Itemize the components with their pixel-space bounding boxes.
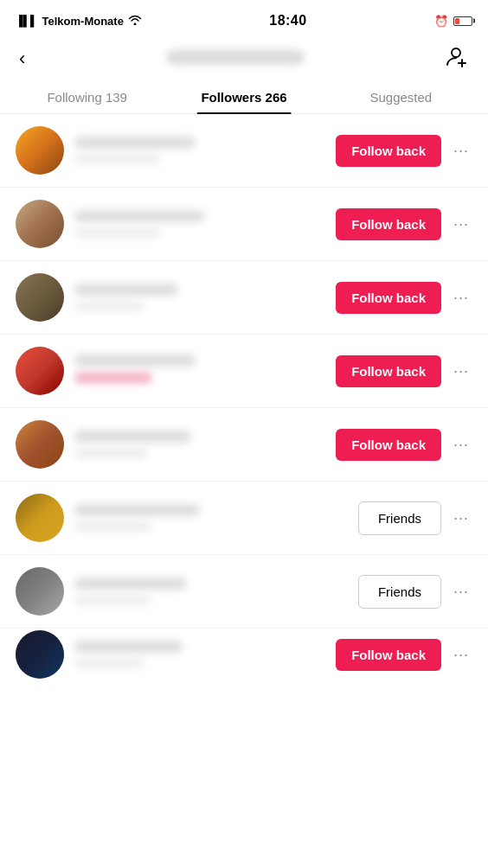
user-info (74, 431, 325, 458)
nav-bar: ‹ (0, 38, 488, 80)
username-blur (74, 210, 204, 222)
action-area: Follow back ··· (336, 355, 472, 387)
wifi-icon (128, 15, 142, 28)
user-info (74, 641, 325, 668)
user-info (74, 137, 325, 164)
friends-button[interactable]: Friends (358, 501, 441, 535)
displayname-blur (74, 448, 148, 458)
more-button[interactable]: ··· (450, 506, 472, 531)
action-area: Friends ··· (358, 575, 472, 609)
list-item: Friends ··· (0, 482, 488, 555)
list-item: Follow back ··· (0, 261, 488, 335)
follow-back-button[interactable]: Follow back (336, 355, 441, 387)
action-area: Follow back ··· (336, 429, 472, 461)
status-right: ⏰ (434, 15, 472, 28)
battery-icon (453, 16, 472, 26)
friends-button[interactable]: Friends (358, 575, 441, 609)
list-item: Follow back ··· (0, 188, 488, 261)
username-blur (74, 137, 196, 149)
tab-suggested[interactable]: Suggested (323, 80, 479, 113)
displayname-blur (74, 227, 161, 238)
displayname-blur (74, 301, 144, 311)
username-blur (74, 504, 200, 516)
action-area: Follow back ··· (336, 639, 472, 671)
avatar (16, 200, 64, 248)
more-button[interactable]: ··· (450, 642, 472, 667)
nav-title-blur (166, 49, 305, 65)
follow-back-button[interactable]: Follow back (336, 208, 441, 240)
displayname-blur (74, 154, 161, 164)
list-item-partial: Follow back ··· (0, 629, 488, 680)
user-info (74, 578, 348, 605)
list-item: Follow back ··· (0, 114, 488, 188)
tab-following[interactable]: Following 139 (9, 80, 165, 113)
follow-back-button[interactable]: Follow back (336, 429, 441, 461)
status-left: ▐▌▌ Telkom-Monate (16, 15, 142, 28)
list-item: Friends ··· (0, 555, 488, 629)
username-blur (74, 641, 183, 653)
list-item: Follow back ··· (0, 335, 488, 408)
more-button[interactable]: ··· (450, 212, 472, 237)
more-button[interactable]: ··· (450, 359, 472, 384)
avatar (16, 347, 64, 395)
action-area: Follow back ··· (336, 282, 472, 314)
action-area: Friends ··· (358, 501, 472, 535)
alarm-icon: ⏰ (434, 15, 448, 28)
user-info (74, 210, 325, 238)
follow-back-button[interactable]: Follow back (336, 282, 441, 314)
username-blur (74, 578, 187, 590)
user-info (74, 284, 325, 311)
follow-back-button[interactable]: Follow back (336, 639, 441, 671)
more-button[interactable]: ··· (450, 579, 472, 604)
avatar (16, 126, 64, 175)
svg-point-0 (452, 48, 460, 57)
nav-title (29, 49, 441, 68)
carrier-name: Telkom-Monate (42, 15, 124, 28)
action-area: Follow back ··· (336, 208, 472, 240)
action-area: Follow back ··· (336, 135, 472, 167)
status-bar: ▐▌▌ Telkom-Monate 18:40 ⏰ (0, 0, 488, 38)
username-blur (74, 354, 196, 367)
displayname-blur (74, 595, 151, 605)
user-list: Follow back ··· Follow back ··· Follow b… (0, 114, 488, 680)
displayname-blur (74, 658, 144, 668)
displayname-blur (74, 521, 152, 532)
user-info (74, 504, 348, 532)
tabs: Following 139 Followers 266 Suggested (0, 80, 488, 114)
tab-followers[interactable]: Followers 266 (165, 80, 322, 113)
displayname-blur (74, 372, 152, 384)
avatar (16, 273, 64, 322)
username-blur (74, 431, 191, 443)
more-button[interactable]: ··· (450, 285, 472, 310)
more-button[interactable]: ··· (450, 432, 472, 457)
more-button[interactable]: ··· (450, 138, 472, 163)
follow-back-button[interactable]: Follow back (336, 135, 441, 167)
avatar (16, 630, 64, 679)
status-time: 18:40 (269, 13, 306, 29)
avatar (16, 567, 64, 616)
avatar (16, 494, 64, 542)
user-info (74, 354, 325, 387)
list-item: Follow back ··· (0, 408, 488, 482)
signal-icon: ▐▌▌ (16, 15, 38, 27)
back-button[interactable]: ‹ (16, 44, 29, 73)
username-blur (74, 284, 178, 296)
add-user-button[interactable] (441, 41, 472, 77)
avatar (16, 420, 64, 469)
